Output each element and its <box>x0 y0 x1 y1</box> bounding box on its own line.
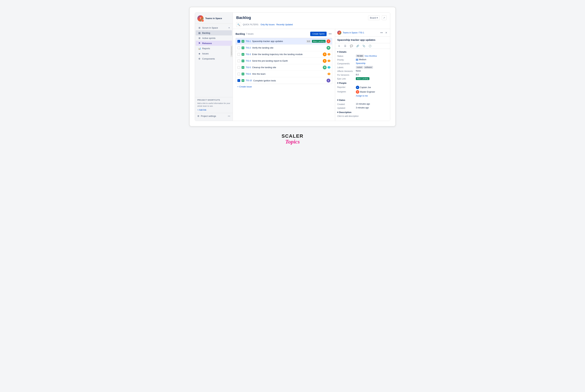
issue-tags: M 2 <box>323 66 330 69</box>
sidebar-item-releases[interactable]: ⚑ Releases <box>196 40 232 46</box>
components-row: Component/s: Spaceship <box>337 62 388 65</box>
priority-medium-icon <box>356 58 358 61</box>
avatar: M <box>327 46 330 50</box>
svg-rect-2 <box>356 60 358 60</box>
story-icon: S <box>242 60 244 62</box>
fix-version-value: 8.0 <box>356 74 359 76</box>
status-badge[interactable]: TO DO <box>356 54 364 57</box>
status-value: TO DO View Workflow <box>356 54 377 57</box>
gear-icon: ⚙ <box>197 115 199 117</box>
fix-version-row: Fix Version/s: 8.0 <box>337 74 388 76</box>
story-icon: S <box>242 40 244 43</box>
table-row[interactable]: S TIS-5 Cleanup the landing site M 2 <box>236 64 332 71</box>
project-name: Teams in Space <box>205 17 222 20</box>
search-icon: 🔍 <box>237 24 240 26</box>
issue-checkbox[interactable]: ✓ <box>237 79 240 82</box>
components-value: Spaceship <box>356 62 365 64</box>
add-link-button[interactable]: + Add link <box>197 109 230 111</box>
comment-tab-icon[interactable]: 💬 <box>350 44 353 48</box>
issue-checkbox[interactable] <box>237 46 240 49</box>
story-icon: S <box>242 72 244 75</box>
updated-value: 3 minutes ago <box>356 106 369 109</box>
expand-icon: ⤢ <box>383 16 385 19</box>
chevron-down-icon: ▾ <box>377 16 378 19</box>
affects-value: None <box>356 70 361 72</box>
label-tag[interactable]: software <box>364 66 373 69</box>
status-label: Status: <box>337 54 354 57</box>
issue-title: Spaceship tracker app updates <box>252 40 305 42</box>
issue-tags: 5 <box>328 73 330 75</box>
dates-section-title: ▾ Dates <box>337 99 388 101</box>
only-my-issues-filter[interactable]: Only My Issues <box>260 24 275 26</box>
scaler-text: SCALER <box>281 133 303 139</box>
panel-more-button[interactable]: ••• <box>380 31 384 34</box>
epic-link-value: Mars Landing <box>356 77 369 80</box>
label-tag[interactable]: rocket <box>356 66 363 69</box>
shortcuts-desc: Add a link to useful information for you… <box>197 102 230 108</box>
link-tab-icon[interactable]: 🔗 <box>356 44 359 48</box>
assignee-label: Assignee: <box>337 90 354 93</box>
assign-to-me-link[interactable]: Assign to me <box>356 95 388 97</box>
table-row[interactable]: ✓ S TIS-1 Spaceship tracker app updates … <box>236 38 332 44</box>
issue-checkbox[interactable] <box>237 53 240 56</box>
sidebar-item-scrum[interactable]: ⊞ Scrum in Space ▾ <box>196 25 232 30</box>
component-link[interactable]: Spaceship <box>356 62 365 64</box>
updated-label: Updated: <box>337 106 354 109</box>
issue-title: Hire the team <box>252 72 326 75</box>
scaler-logo: SCALER Topics <box>281 133 303 144</box>
details-tab-icon[interactable]: ℹ <box>337 44 341 48</box>
issue-checkbox[interactable] <box>237 60 240 62</box>
issue-title: Send the pre-landing report to Earth <box>252 60 321 62</box>
expand-button[interactable]: ⤢ <box>382 15 387 20</box>
table-row[interactable]: S TIS-4 Send the pre-landing report to E… <box>236 58 332 64</box>
issue-checkbox[interactable]: ✓ <box>237 40 240 43</box>
view-workflow-link[interactable]: View Workflow <box>365 55 377 57</box>
epic-badge: Mars Landing <box>312 40 326 43</box>
sidebar-item-backlog[interactable]: ▤ Backlog <box>196 30 232 36</box>
issue-checkbox[interactable] <box>237 72 240 75</box>
more-options-button[interactable]: ••• <box>328 32 332 36</box>
avatar: J <box>327 40 330 43</box>
component-icon: ⚙ <box>198 57 201 60</box>
versions-label: VERSIONS <box>230 45 233 57</box>
app-body: T ! Teams in Space ⊞ Scrum in Space ▾ ▤ <box>195 12 390 121</box>
table-row[interactable]: S TIS-6 Hire the team 5 <box>236 71 332 77</box>
sidebar-item-components[interactable]: ⚙ Components <box>196 56 232 61</box>
sidebar-footer: ⚙ Project settings << <box>195 113 233 119</box>
activity-tab-icon[interactable]: ☰ <box>343 44 347 48</box>
history-tab-icon[interactable]: 🕐 <box>368 44 372 48</box>
reporter-avatar: C <box>356 86 359 89</box>
project-settings-item[interactable]: ⚙ Project settings <box>197 115 216 117</box>
chart-icon: 📊 <box>198 47 201 50</box>
sidebar-item-reports[interactable]: 📊 Reports <box>196 46 232 51</box>
panel-actions: ••• ✕ <box>380 31 388 34</box>
issue-checkbox[interactable] <box>237 66 240 69</box>
search-button[interactable]: 🔍 <box>236 22 241 27</box>
issue-id: TIS-2 <box>246 47 251 49</box>
table-row[interactable]: ✓ S TIS-10 Complete ignition tests E <box>236 77 332 84</box>
story-icon: S <box>242 53 244 56</box>
panel-breadcrumb[interactable]: Teams in Space / TIS-1 <box>343 32 378 34</box>
table-row[interactable]: S TIS-3 Enter the landing trajectory int… <box>236 51 332 58</box>
chevron-down-icon: ▾ <box>337 82 338 84</box>
sidebar-item-label: Releases <box>202 42 212 44</box>
create-sprint-button[interactable]: Create Sprint <box>310 32 327 36</box>
dates-section: ▾ Dates Created: 13 minutes ago Updated: <box>337 99 388 109</box>
recently-updated-filter[interactable]: Recently Updated <box>276 24 293 26</box>
sidebar-item-active-sprints[interactable]: ⊞ Active sprints <box>196 36 232 40</box>
issue-title: Enter the landing trajectory into the la… <box>252 53 321 56</box>
table-row[interactable]: S TIS-2 Verify the landing site M <box>236 44 332 51</box>
labels-value: rocket software <box>356 66 373 69</box>
epic-link-badge[interactable]: Mars Landing <box>356 77 369 80</box>
description-placeholder[interactable]: Click to add description <box>337 115 388 117</box>
panel-close-button[interactable]: ✕ <box>385 31 388 34</box>
attachment-tab-icon[interactable]: 📎 <box>362 44 365 48</box>
board-button[interactable]: Board ▾ <box>368 16 380 20</box>
count-badge: 2 <box>328 66 330 68</box>
details-section: ▾ Details Status: TO DO View Workflow <box>337 50 388 80</box>
collapse-button[interactable]: << <box>228 115 230 117</box>
panel-project-avatar: T <box>337 31 341 35</box>
create-issue-button[interactable]: + Create issue <box>236 84 332 89</box>
sidebar-item-issues[interactable]: ◈ Issues <box>196 51 232 56</box>
main-content: Backlog Board ▾ ⤢ <box>233 12 390 121</box>
